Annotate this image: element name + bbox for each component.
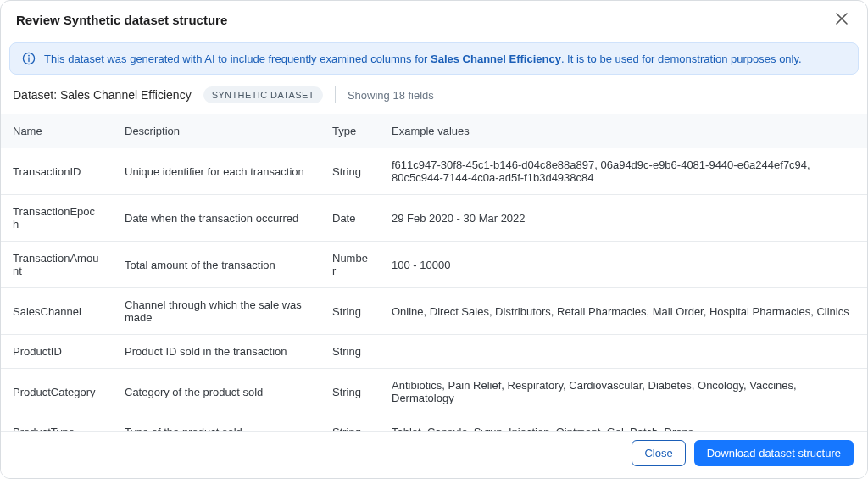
fields-table: Name Description Type Example values Tra… xyxy=(1,114,867,431)
info-banner-post: . It is to be used for demonstration pur… xyxy=(561,53,802,65)
cell-example xyxy=(380,335,867,369)
cell-name: ProductCategory xyxy=(1,369,113,415)
col-example: Example values xyxy=(380,114,867,148)
svg-point-4 xyxy=(28,55,30,57)
cell-type: String xyxy=(320,148,380,195)
cell-name: SalesChannel xyxy=(1,288,113,335)
table-header-row: Name Description Type Example values xyxy=(1,114,867,148)
dataset-bar: Dataset: Sales Channel Efficiency SYNTHE… xyxy=(1,75,867,114)
table-row: TransactionIDUnique identifier for each … xyxy=(1,148,867,195)
close-icon xyxy=(836,13,848,27)
cell-description: Channel through which the sale was made xyxy=(113,288,320,335)
cell-example: Antibiotics, Pain Relief, Respiratory, C… xyxy=(380,369,867,415)
vertical-divider xyxy=(335,86,336,103)
col-description: Description xyxy=(113,114,320,148)
dataset-name-prefix: Dataset: xyxy=(13,88,60,102)
cell-example: Online, Direct Sales, Distributors, Reta… xyxy=(380,288,867,335)
cell-name: TransactionID xyxy=(1,148,113,195)
cell-type: String xyxy=(320,369,380,415)
cell-name: TransactionAmount xyxy=(1,242,113,288)
cell-description: Product ID sold in the transaction xyxy=(113,335,320,369)
fields-table-container[interactable]: Name Description Type Example values Tra… xyxy=(1,114,867,431)
col-type: Type xyxy=(320,114,380,148)
cell-example: f611c947-30f8-45c1-b146-d04c8e88a897, 06… xyxy=(380,148,867,195)
cell-type: Number xyxy=(320,242,380,288)
cell-description: Total amount of the transaction xyxy=(113,242,320,288)
cell-type: Date xyxy=(320,195,380,242)
cell-description: Unique identifier for each transaction xyxy=(113,148,320,195)
cell-type: String xyxy=(320,415,380,432)
field-count: Showing 18 fields xyxy=(348,89,434,102)
info-banner-text: This dataset was generated with AI to in… xyxy=(44,53,802,65)
review-dataset-modal: Review Synthetic dataset structure This … xyxy=(0,0,868,479)
cell-example: 29 Feb 2020 - 30 Mar 2022 xyxy=(380,195,867,242)
cell-name: ProductID xyxy=(1,335,113,369)
cell-example: Tablet, Capsule, Syrup, Injection, Ointm… xyxy=(380,415,867,432)
info-icon xyxy=(22,52,36,65)
cell-type: String xyxy=(320,288,380,335)
table-row: SalesChannelChannel through which the sa… xyxy=(1,288,867,335)
info-banner: This dataset was generated with AI to in… xyxy=(9,42,859,75)
close-button[interactable]: Close xyxy=(632,440,685,466)
table-row: ProductIDProduct ID sold in the transact… xyxy=(1,335,867,369)
dataset-name-value: Sales Channel Efficiency xyxy=(60,88,192,102)
cell-description: Category of the product sold xyxy=(113,369,320,415)
close-icon-button[interactable] xyxy=(832,9,852,30)
info-banner-pre: This dataset was generated with AI to in… xyxy=(44,53,431,65)
col-name: Name xyxy=(1,114,113,148)
table-row: ProductCategoryCategory of the product s… xyxy=(1,369,867,415)
cell-description: Type of the product sold xyxy=(113,415,320,432)
cell-type: String xyxy=(320,335,380,369)
table-row: ProductTypeType of the product soldStrin… xyxy=(1,415,867,432)
cell-description: Date when the transaction occurred xyxy=(113,195,320,242)
download-structure-button[interactable]: Download dataset structure xyxy=(694,440,854,466)
cell-name: ProductType xyxy=(1,415,113,432)
table-row: TransactionAmountTotal amount of the tra… xyxy=(1,242,867,288)
info-banner-strong: Sales Channel Efficiency xyxy=(431,53,561,65)
table-row: TransactionEpochDate when the transactio… xyxy=(1,195,867,242)
synthetic-dataset-badge: SYNTHETIC DATASET xyxy=(203,86,323,103)
dataset-name: Dataset: Sales Channel Efficiency xyxy=(13,88,192,102)
cell-example: 100 - 10000 xyxy=(380,242,867,288)
modal-header: Review Synthetic dataset structure xyxy=(1,1,867,39)
modal-footer: Close Download dataset structure xyxy=(1,431,867,478)
cell-name: TransactionEpoch xyxy=(1,195,113,242)
modal-title: Review Synthetic dataset structure xyxy=(16,13,227,27)
